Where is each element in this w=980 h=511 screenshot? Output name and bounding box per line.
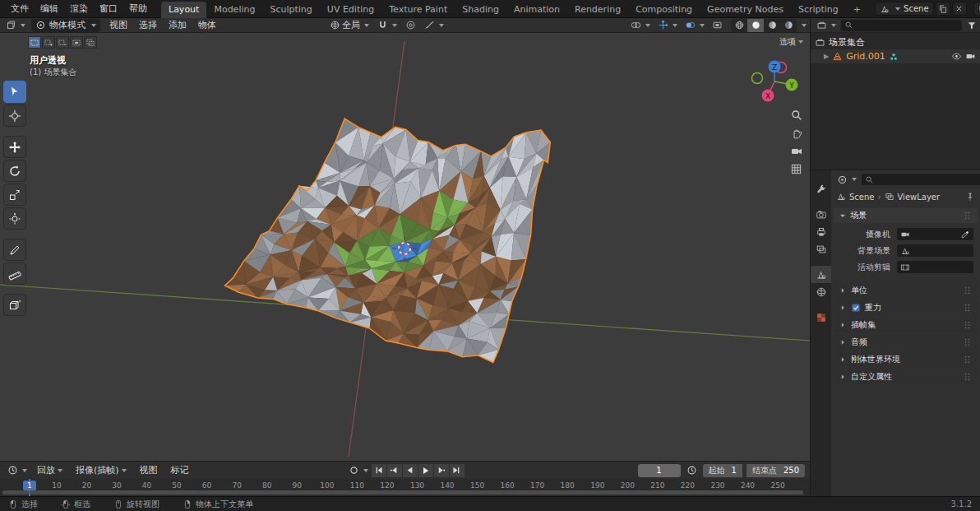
properties-tab-tool[interactable] <box>811 180 831 197</box>
outliner-search[interactable] <box>841 20 962 31</box>
workspace-tab-sculpting[interactable]: Sculpting <box>262 2 319 18</box>
workspace-tab-layout[interactable]: Layout <box>161 2 206 18</box>
select-mode-extend-button[interactable] <box>42 36 55 49</box>
editor-type-button[interactable] <box>3 19 28 32</box>
scene-unlink-button[interactable] <box>952 2 967 16</box>
shading-rendered-button[interactable] <box>780 19 797 32</box>
jump-to-start-button[interactable] <box>372 464 386 477</box>
breadcrumb-viewlayer[interactable]: ViewLayer <box>898 193 941 202</box>
play-reverse-button[interactable] <box>403 464 418 477</box>
disclosure-icon[interactable]: ▶ <box>824 53 829 60</box>
camera-view-button[interactable] <box>790 145 803 158</box>
jump-to-end-button[interactable] <box>450 464 465 477</box>
hide-in-viewport-toggle[interactable] <box>951 51 962 62</box>
properties-tab-view-layer[interactable] <box>811 240 831 258</box>
properties-search-input[interactable] <box>876 175 979 184</box>
select-mode-subtract-button[interactable] <box>56 36 69 49</box>
drag-dots-icon[interactable] <box>963 211 973 221</box>
tool-annotate[interactable] <box>3 239 26 261</box>
workspace-tab-geometry-nodes[interactable]: Geometry Nodes <box>700 2 791 18</box>
tool-transform[interactable] <box>3 207 26 230</box>
collapsed-section-4[interactable]: 刚体世界环境 <box>834 352 978 367</box>
scene-section-header[interactable]: 场景 <box>834 208 978 223</box>
timeline-menu-1[interactable]: 报像(插帧) <box>70 462 132 478</box>
topbar-menu-2[interactable]: 渲染 <box>64 1 94 16</box>
properties-tab-output[interactable] <box>811 223 831 240</box>
topbar-menu-0[interactable]: 文件 <box>5 1 35 16</box>
previous-keyframe-button[interactable] <box>387 464 402 477</box>
drag-dots-icon[interactable] <box>963 372 973 382</box>
prop-field[interactable] <box>897 228 973 240</box>
timeline-menu-3[interactable]: 标记 <box>165 462 195 478</box>
viewlayer-selector[interactable]: ViewLayer <box>973 2 980 16</box>
properties-editor-type-button[interactable] <box>834 173 859 186</box>
shading-solid-button[interactable] <box>747 19 764 32</box>
tool-cursor[interactable] <box>3 105 26 127</box>
toggle-xray-button[interactable] <box>710 19 725 32</box>
snap-toggle-button[interactable] <box>375 19 400 32</box>
disable-in-renders-toggle[interactable] <box>965 51 976 62</box>
timeline-menu-0[interactable]: 回放 <box>31 462 68 478</box>
workspace-tab-rendering[interactable]: Rendering <box>567 2 628 18</box>
timeline-scrollbar[interactable] <box>2 490 803 495</box>
prop-field[interactable] <box>897 261 973 273</box>
topbar-menu-4[interactable]: 帮助 <box>123 1 153 16</box>
viewport-menu-1[interactable]: 选择 <box>133 17 163 33</box>
axis-neg-y-ball[interactable] <box>752 73 763 84</box>
viewport-options-button[interactable]: 选项 <box>779 36 803 48</box>
workspace-tab-shading[interactable]: Shading <box>455 2 506 18</box>
tool-scale[interactable] <box>3 183 26 206</box>
properties-tab-render[interactable] <box>811 206 831 223</box>
breadcrumb-scene[interactable]: Scene <box>849 193 875 202</box>
object-visibility-button[interactable] <box>628 19 653 32</box>
workspace-tab--[interactable]: + <box>846 2 868 18</box>
tool-add-cube[interactable] <box>3 294 26 316</box>
shading-wireframe-button[interactable] <box>731 19 747 32</box>
tool-rotate[interactable] <box>3 160 26 182</box>
outliner-filter-button[interactable] <box>964 19 979 32</box>
frame-end-field[interactable]: 结束点250 <box>747 464 805 477</box>
drag-dots-icon[interactable] <box>963 320 973 330</box>
viewport-menu-0[interactable]: 视图 <box>104 17 133 33</box>
show-overlays-button[interactable] <box>682 19 707 32</box>
workspace-tab-scripting[interactable]: Scripting <box>791 2 846 18</box>
shading-dropdown-icon[interactable] <box>802 24 807 27</box>
transform-orientation-select[interactable]: 全局 <box>327 19 372 32</box>
pan-button[interactable] <box>790 127 803 140</box>
use-preview-range-button[interactable] <box>684 464 700 477</box>
collapsed-section-1[interactable]: 重力 <box>834 300 978 315</box>
viewport-3d[interactable]: 用户透视 (1) 场景集合 选项 Z Y X <box>0 33 810 461</box>
collapsed-section-2[interactable]: 插帧集 <box>834 318 978 332</box>
drag-dots-icon[interactable] <box>963 355 973 365</box>
viewport-menu-2[interactable]: 添加 <box>163 17 192 33</box>
outliner-search-input[interactable] <box>856 21 959 30</box>
viewport-canvas[interactable] <box>0 33 810 461</box>
frame-start-field[interactable]: 起始1 <box>703 464 742 477</box>
outliner-row-scene-collection[interactable]: 场景集合 <box>811 35 980 49</box>
pin-icon[interactable] <box>965 192 975 202</box>
prop-field[interactable] <box>897 244 973 257</box>
select-mode-intersect-button[interactable] <box>84 36 97 49</box>
timeline-editor-type-button[interactable] <box>5 464 30 477</box>
zoom-button[interactable] <box>790 109 803 122</box>
ortho-toggle-button[interactable] <box>790 163 803 175</box>
scene-selector[interactable]: Scene <box>875 2 934 16</box>
mode-select[interactable]: 物体模式 <box>31 19 100 32</box>
properties-tab-world[interactable] <box>811 283 831 300</box>
select-mode-set-button[interactable] <box>28 36 41 49</box>
workspace-tab-modeling[interactable]: Modeling <box>206 2 262 18</box>
current-frame-field[interactable]: 1 <box>638 464 681 477</box>
tool-select-box[interactable] <box>3 81 26 103</box>
topbar-menu-3[interactable]: 窗口 <box>94 1 123 16</box>
viewport-menu-3[interactable]: 物体 <box>192 17 222 33</box>
select-mode-invert-button[interactable] <box>70 36 83 49</box>
show-gizmo-button[interactable] <box>655 19 680 32</box>
tool-measure[interactable] <box>3 262 26 285</box>
navigation-gizmo[interactable]: Z Y X <box>742 48 807 114</box>
next-keyframe-button[interactable] <box>434 464 449 477</box>
timeline-menu-2[interactable]: 视图 <box>134 462 164 478</box>
outliner-row-grid[interactable]: ▶ Grid.001 <box>811 49 980 63</box>
play-button[interactable] <box>418 464 433 477</box>
tool-move[interactable] <box>3 136 26 158</box>
timeline-ruler[interactable]: 1 10203040506070809010011012013014015016… <box>0 479 810 496</box>
